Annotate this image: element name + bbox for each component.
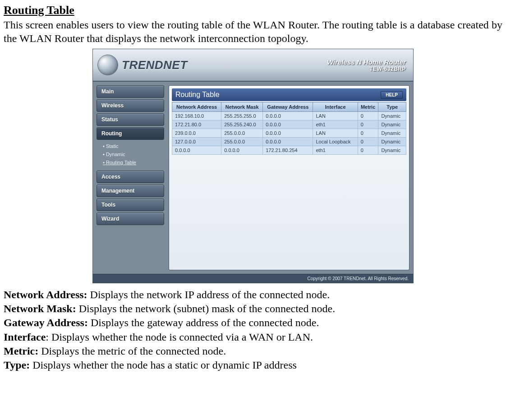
cell: eth1 — [313, 146, 358, 155]
brand-text: TRENDNET — [122, 58, 188, 72]
cell: 255.0.0.0 — [221, 129, 263, 138]
cell: LAN — [313, 129, 358, 138]
cell: Dynamic — [378, 138, 406, 146]
cell: 0 — [358, 120, 378, 129]
doc-title: Routing Table — [4, 4, 502, 17]
table-row: 127.0.0.0 255.0.0.0 0.0.0.0 Local Loopba… — [172, 138, 406, 146]
sidebar-label: Wireless — [101, 102, 124, 109]
routing-table-body: 192.168.10.0 255.255.255.0 0.0.0.0 LAN 0… — [172, 112, 406, 155]
table-row: 239.0.0.0 255.0.0.0 0.0.0.0 LAN 0 Dynami… — [172, 129, 406, 138]
sidebar-label: Tools — [101, 202, 115, 208]
cell: 0.0.0.0 — [263, 112, 313, 120]
router-header: TRENDNET Wireless N Home Router TEW-632B… — [93, 49, 413, 82]
brand-orb-icon — [97, 55, 118, 75]
def-term: Network Address: — [4, 289, 87, 300]
sidebar-label: Access — [101, 174, 120, 180]
brand: TRENDNET — [97, 55, 188, 75]
def-term: Gateway Address: — [4, 317, 88, 328]
doc-intro: This screen enables users to view the ro… — [4, 18, 502, 45]
cell: 127.0.0.0 — [172, 138, 221, 146]
col-interface: Interface — [313, 102, 358, 112]
cell: 255.255.255.0 — [221, 112, 263, 120]
submenu-label: Dynamic — [106, 152, 125, 157]
def-desc: Displays the network IP address of the c… — [87, 289, 330, 300]
table-row: 192.168.10.0 255.255.255.0 0.0.0.0 LAN 0… — [172, 112, 406, 120]
sidebar-item-status[interactable]: Status — [97, 113, 164, 126]
table-row: 172.21.80.0 255.255.240.0 0.0.0.0 eth1 0… — [172, 120, 406, 129]
cell: 0 — [358, 129, 378, 138]
product-model: TEW-632BRP — [327, 66, 406, 72]
submenu-routing-table[interactable]: Routing Table — [103, 158, 164, 166]
sidebar-item-routing[interactable]: Routing — [97, 127, 164, 140]
def-desc: Displays the metric of the connected nod… — [38, 345, 226, 357]
cell: eth1 — [313, 120, 358, 129]
router-ui: TRENDNET Wireless N Home Router TEW-632B… — [92, 49, 414, 283]
cell: 0 — [358, 138, 378, 146]
def-row: Network Address: Displays the network IP… — [4, 288, 502, 302]
def-row: Metric: Displays the metric of the conne… — [4, 344, 502, 358]
sidebar-item-wizard[interactable]: Wizard — [97, 212, 164, 225]
table-row: 0.0.0.0 0.0.0.0 172.21.80.254 eth1 0 Dyn… — [172, 146, 406, 155]
cell: 0 — [358, 146, 378, 155]
col-gateway-address: Gateway Address — [263, 102, 313, 112]
sidebar-label: Status — [101, 116, 118, 123]
routing-table: Network Address Network Mask Gateway Add… — [172, 102, 406, 155]
router-body: Main Wireless Status Routing Static Dyna… — [93, 82, 413, 274]
sidebar-label: Routing — [101, 130, 122, 137]
cell: Dynamic — [378, 120, 406, 129]
content-panel: Routing Table HELP Network Address Netwo… — [169, 85, 409, 270]
def-row: Type: Displays whether the node has a st… — [4, 358, 502, 372]
definitions: Network Address: Displays the network IP… — [4, 288, 502, 372]
cell: 0.0.0.0 — [172, 146, 221, 155]
sidebar-item-wireless[interactable]: Wireless — [97, 99, 164, 112]
cell: 0.0.0.0 — [263, 138, 313, 146]
cell: 255.255.240.0 — [221, 120, 263, 129]
def-desc: Displays the network (subnet) mask of th… — [76, 303, 336, 314]
cell: 172.21.80.254 — [263, 146, 313, 155]
cell: LAN — [313, 112, 358, 120]
cell: Dynamic — [378, 129, 406, 138]
def-row: Interface: Displays whether the node is … — [4, 330, 502, 344]
cell: 239.0.0.0 — [172, 129, 221, 138]
def-desc: Displays the gateway address of the conn… — [88, 317, 319, 328]
submenu-static[interactable]: Static — [103, 142, 164, 150]
def-desc: : Displays whether the node is connected… — [46, 331, 313, 343]
submenu-label: Static — [106, 143, 119, 149]
sidebar: Main Wireless Status Routing Static Dyna… — [97, 85, 164, 270]
def-term: Metric: — [4, 345, 38, 357]
sidebar-item-management[interactable]: Management — [97, 185, 164, 197]
submenu-dynamic[interactable]: Dynamic — [103, 150, 164, 158]
sidebar-label: Management — [101, 188, 134, 194]
cell: 172.21.80.0 — [172, 120, 221, 129]
cell: Local Loopback — [313, 138, 358, 146]
sidebar-item-tools[interactable]: Tools — [97, 198, 164, 211]
cell: 255.0.0.0 — [221, 138, 263, 146]
col-type: Type — [378, 102, 406, 112]
sidebar-item-main[interactable]: Main — [97, 85, 164, 98]
sidebar-item-access[interactable]: Access — [97, 171, 164, 183]
col-network-mask: Network Mask — [221, 102, 263, 112]
cell: 192.168.10.0 — [172, 112, 221, 120]
cell: Dynamic — [378, 112, 406, 120]
def-row: Network Mask: Displays the network (subn… — [4, 302, 502, 316]
panel-title: Routing Table — [175, 91, 220, 99]
cell: 0.0.0.0 — [263, 120, 313, 129]
col-metric: Metric — [358, 102, 378, 112]
cell: 0.0.0.0 — [263, 129, 313, 138]
product-name: Wireless N Home Router — [327, 58, 406, 66]
help-button[interactable]: HELP — [381, 91, 403, 99]
cell: Dynamic — [378, 146, 406, 155]
sidebar-label: Main — [101, 88, 114, 95]
sidebar-label: Wizard — [101, 216, 119, 222]
header-product: Wireless N Home Router TEW-632BRP — [327, 58, 406, 72]
cell: 0 — [358, 112, 378, 120]
def-row: Gateway Address: Displays the gateway ad… — [4, 316, 502, 330]
submenu-label: Routing Table — [106, 160, 136, 165]
col-network-address: Network Address — [172, 102, 221, 112]
panel-header: Routing Table HELP — [172, 88, 406, 101]
def-term: Type: — [4, 359, 30, 371]
def-term: Interface — [4, 331, 46, 343]
table-header-row: Network Address Network Mask Gateway Add… — [172, 102, 406, 112]
router-footer: Copyright © 2007 TRENDnet. All Rights Re… — [93, 274, 413, 283]
def-term: Network Mask: — [4, 303, 76, 314]
